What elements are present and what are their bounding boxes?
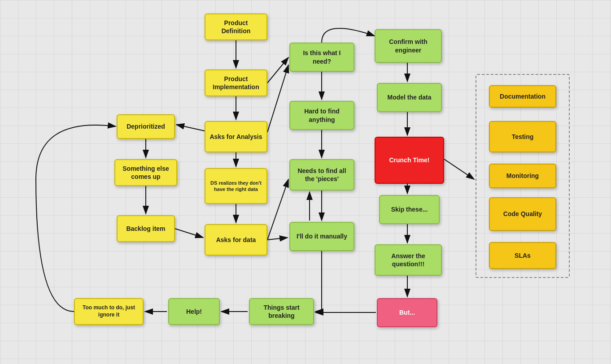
product-definition-node: Product Definition bbox=[205, 13, 267, 40]
ill-do-it-node: I'll do it manually bbox=[289, 222, 354, 251]
skip-these-node: Skip these... bbox=[379, 195, 440, 224]
something-else-node: Something else comes up bbox=[114, 159, 177, 186]
help-node: Help! bbox=[168, 298, 220, 325]
too-much-node: Too much to do, just ignore it bbox=[74, 298, 144, 325]
documentation-node: Documentation bbox=[489, 85, 556, 108]
slas-node: SLAs bbox=[489, 242, 556, 269]
is-this-what-node: Is this what I need? bbox=[289, 43, 354, 72]
backlog-item-node: Backlog item bbox=[117, 215, 175, 242]
confirm-engineer-node: Confirm with engineer bbox=[375, 29, 442, 63]
hard-to-find-node: Hard to find anything bbox=[289, 101, 354, 130]
things-breaking-node: Things start breaking bbox=[249, 298, 314, 325]
answer-question-node: Answer the question!!! bbox=[375, 244, 442, 276]
but-node: But... bbox=[377, 298, 437, 327]
asks-for-analysis-node: Asks for Analysis bbox=[205, 121, 267, 152]
needs-to-find-node: Needs to find all the 'pieces' bbox=[289, 159, 354, 191]
ds-realizes-node: DS realizes they don't have the right da… bbox=[205, 168, 267, 204]
asks-for-data-node: Asks for data bbox=[205, 224, 267, 256]
model-data-node: Model the data bbox=[377, 83, 442, 112]
crunch-time-node: Crunch Time! bbox=[375, 137, 444, 184]
monitoring-node: Monitoring bbox=[489, 164, 556, 188]
deprioritized-node: Deprioritized bbox=[117, 114, 175, 139]
product-implementation-node: Product Implementation bbox=[205, 69, 267, 96]
testing-node: Testing bbox=[489, 121, 556, 152]
code-quality-node: Code Quality bbox=[489, 197, 556, 231]
